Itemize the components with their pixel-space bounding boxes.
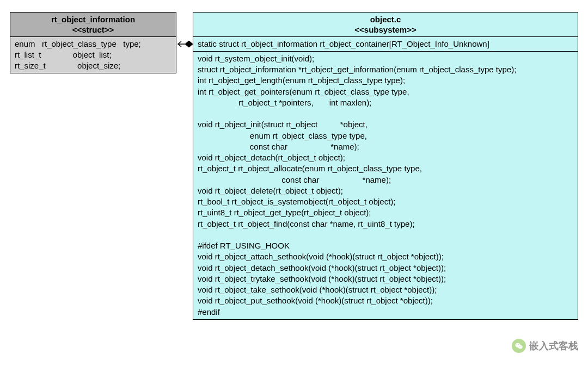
struct-box-rt-object-information: rt_object_information <<struct>> enum rt…: [10, 12, 176, 73]
subsystem-declaration-section: static struct rt_object_information rt_o…: [193, 37, 578, 52]
watermark-text: 嵌入式客栈: [529, 339, 578, 352]
svg-point-6: [519, 346, 520, 346]
struct-title: rt_object_information: [14, 15, 173, 25]
diagram-canvas: rt_object_information <<struct>> enum rt…: [0, 0, 588, 366]
svg-point-5: [518, 344, 519, 345]
subsystem-header: object.c <<subsystem>>: [193, 13, 578, 37]
svg-point-4: [517, 344, 517, 345]
subsystem-body: void rt_system_object_init(void); struct…: [198, 53, 573, 318]
watermark: 嵌入式客栈: [512, 339, 578, 353]
subsystem-declaration: static struct rt_object_information rt_o…: [198, 39, 573, 49]
svg-marker-0: [185, 41, 193, 47]
struct-fields-section: enum rt_object_class_type type; rt_list_…: [10, 37, 176, 73]
struct-stereotype: <<struct>>: [14, 25, 173, 35]
subsystem-stereotype: <<subsystem>>: [197, 25, 574, 35]
subsystem-title: object.c: [197, 15, 574, 25]
subsystem-body-section: void rt_system_object_init(void); struct…: [193, 52, 578, 319]
struct-fields: enum rt_object_class_type type; rt_list_…: [15, 39, 171, 72]
svg-point-7: [520, 346, 521, 346]
subsystem-box-object-c: object.c <<subsystem>> static struct rt_…: [193, 12, 578, 320]
aggregation-connector: [176, 39, 193, 49]
svg-point-3: [518, 345, 523, 349]
wechat-icon: [512, 339, 526, 353]
aggregation-icon: [176, 39, 193, 49]
struct-header: rt_object_information <<struct>>: [10, 13, 176, 37]
